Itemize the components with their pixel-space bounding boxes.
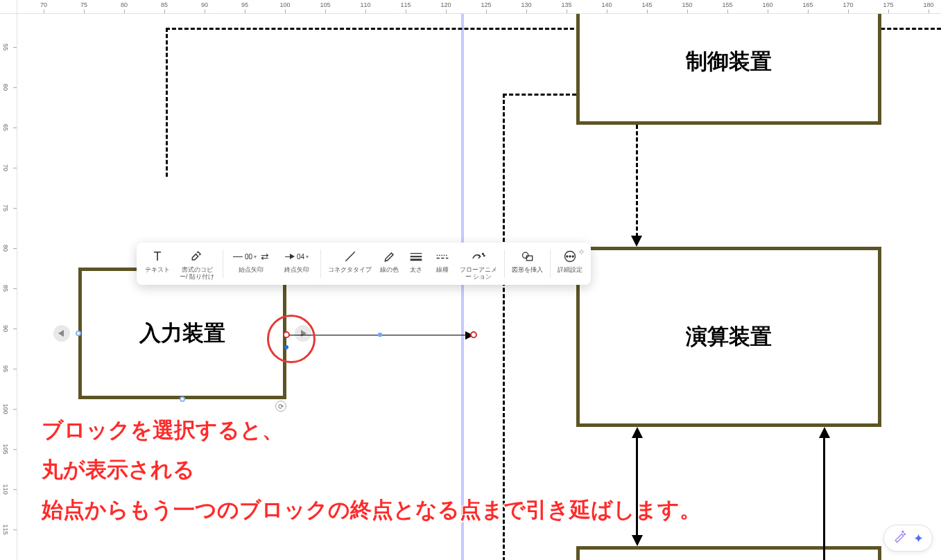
box-label: 演算装置 [686, 322, 772, 351]
ai-assist-pill[interactable]: ✦ [883, 525, 933, 552]
separator [504, 250, 505, 278]
arrow-control-to-alu[interactable] [636, 125, 638, 237]
ruler-corner [0, 0, 17, 14]
end-arrow-button[interactable]: 04▾ 終点矢印 [276, 245, 318, 274]
connector-handle-right[interactable] [295, 325, 311, 342]
ruler-vertical: 556065707580859095100105110115120125 [0, 14, 17, 560]
end-arrow-icon: 04▾ [285, 248, 309, 265]
line-color-button[interactable]: 線の色 [376, 245, 403, 274]
box-label: 制御装置 [686, 47, 772, 76]
pencil-icon [383, 248, 397, 265]
floating-toolbar: ✧ T テキスト 書式のコピー/ 貼り付け 00▾ ⇄ 始点矢印 04▾ 終点矢… [137, 243, 591, 285]
svg-point-7 [484, 255, 485, 256]
more-icon [563, 248, 577, 265]
dashed-line [503, 94, 505, 560]
connector-handle-left[interactable] [53, 325, 70, 342]
box-input-unit[interactable]: 入力装置 [78, 268, 286, 399]
arrow-right-tail[interactable] [823, 437, 825, 560]
shapes-icon [521, 248, 535, 265]
arrowhead-icon [632, 427, 643, 438]
svg-point-15 [904, 534, 906, 535]
svg-point-8 [522, 252, 528, 258]
svg-rect-9 [526, 256, 532, 261]
separator [223, 250, 223, 278]
text-button[interactable]: T テキスト [141, 245, 174, 274]
box-bottom-unit[interactable] [576, 546, 881, 560]
sparkle-icon[interactable]: ✦ [913, 531, 924, 546]
vertical-guide[interactable] [461, 14, 464, 560]
dashed-line [503, 94, 576, 96]
annotation-text: ブロックを選択すると、丸が表示される始点からもう一つのブロックの終点となる点まで… [42, 410, 701, 530]
insert-shape-button[interactable]: 図形を挿入 [508, 245, 547, 274]
separator [320, 250, 321, 278]
svg-rect-2 [411, 256, 422, 257]
svg-line-0 [345, 252, 354, 261]
connector-start-point[interactable] [283, 331, 290, 338]
flow-animation-button[interactable]: フローアニメー ション [456, 245, 501, 282]
rotate-handle[interactable]: ⟳ [275, 401, 286, 412]
svg-point-11 [567, 256, 568, 257]
swap-icon[interactable]: ⇄ [261, 251, 269, 262]
svg-point-14 [902, 531, 904, 532]
connector-end-point[interactable] [470, 331, 477, 338]
flow-icon [471, 248, 486, 265]
start-arrow-button[interactable]: 00▾ ⇄ 始点矢印 [226, 245, 276, 274]
svg-point-13 [572, 256, 573, 257]
box-alu-unit[interactable]: 演算装置 [576, 247, 881, 427]
box-control-unit[interactable]: 制御装置 [576, 0, 881, 125]
svg-point-6 [483, 253, 484, 254]
connector-anchor[interactable] [284, 345, 288, 349]
svg-rect-3 [411, 259, 422, 261]
canvas[interactable]: 制御装置 演算装置 入力装置 ⟳ ✧ T テキスト 書式 [17, 14, 941, 560]
connector-type-button[interactable]: コネクタタイプ [324, 245, 376, 274]
arrowhead-icon [819, 427, 830, 438]
selection-handle[interactable] [180, 396, 185, 402]
connector-midpoint[interactable] [378, 333, 382, 337]
svg-rect-1 [411, 253, 422, 254]
start-arrow-icon: 00▾ ⇄ [233, 248, 269, 265]
arrowhead-icon [631, 236, 642, 247]
svg-point-12 [569, 256, 571, 257]
arrowhead-icon [632, 535, 643, 546]
line-style-button[interactable]: 線種 [429, 245, 456, 274]
line-weight-button[interactable]: 太さ [403, 245, 429, 274]
box-label: 入力装置 [139, 319, 225, 348]
separator [550, 250, 551, 278]
dashed-line [166, 28, 168, 177]
pin-icon[interactable]: ✧ [578, 247, 585, 257]
connector-line-icon [343, 248, 357, 265]
selection-handle[interactable] [76, 331, 81, 336]
selected-connector[interactable] [286, 335, 467, 335]
dash-style-icon [435, 248, 449, 265]
arrow-alu-bottom[interactable] [636, 437, 638, 536]
paint-brush-icon [190, 248, 204, 265]
text-icon: T [154, 248, 162, 265]
format-painter-button[interactable]: 書式のコピー/ 貼り付け [174, 245, 220, 282]
ruler-horizontal: 7075808590951001051101151201251301351401… [17, 0, 941, 14]
weight-icon [409, 248, 423, 265]
magic-icon[interactable] [892, 530, 906, 547]
